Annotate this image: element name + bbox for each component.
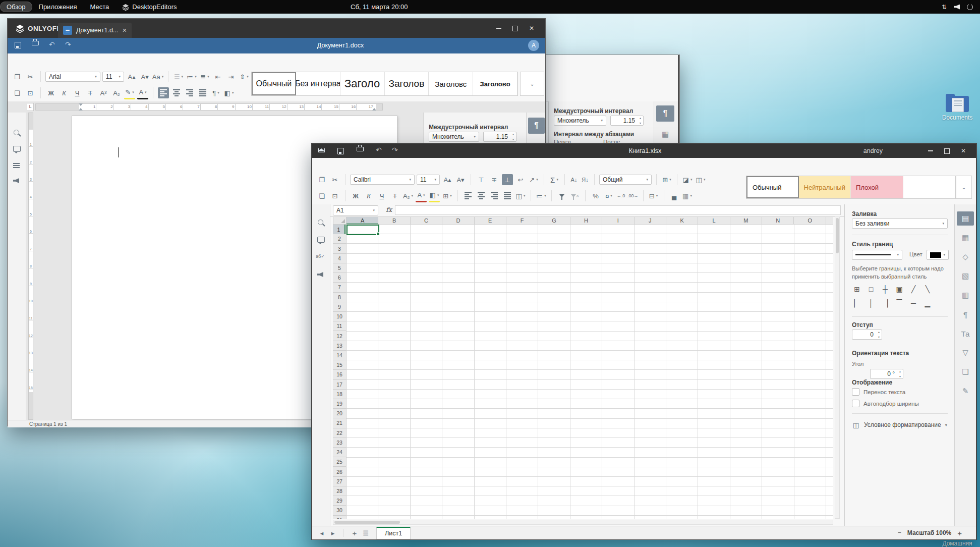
navigation-icon[interactable] — [13, 163, 20, 168]
insert-cells-icon[interactable]: ⊞ — [661, 174, 672, 185]
doc-titlebar[interactable]: ONLYOFFICE ☰ Документ1.d... ✕ ✕ — [8, 19, 545, 38]
row-header[interactable]: 18 — [333, 390, 346, 399]
align-left-icon[interactable] — [158, 87, 169, 98]
row-header[interactable]: 23 — [333, 438, 346, 448]
row-header[interactable]: 9 — [333, 302, 346, 312]
cell-styles-expand-button[interactable]: ⌄ — [956, 176, 972, 199]
font-size-dropdown[interactable]: 11 — [417, 175, 440, 185]
home-button[interactable] — [318, 145, 325, 152]
align-right-icon[interactable] — [184, 87, 195, 98]
subscript-icon[interactable]: А₂ — [402, 190, 414, 201]
textart-settings-icon[interactable]: Та — [957, 326, 974, 341]
align-middle-icon[interactable]: ∓ — [489, 174, 500, 185]
sheet-titlebar[interactable]: ↶ ↷ Книга1.xlsx andrey ✕ — [312, 144, 976, 158]
signature-icon[interactable]: ✎ — [957, 384, 974, 398]
row-header[interactable]: 19 — [333, 399, 346, 409]
align-center-icon[interactable] — [171, 87, 182, 98]
sheet-list-button[interactable]: ☰ — [360, 527, 371, 538]
comment-icon[interactable]: ❏ — [957, 365, 974, 379]
column-header[interactable]: J — [635, 217, 666, 224]
slicer-settings-icon[interactable]: ▽ — [957, 346, 974, 360]
clear-icon[interactable]: ◪ — [682, 174, 693, 185]
fill-dropdown[interactable]: Без заливки — [852, 218, 948, 229]
column-header[interactable]: B — [378, 217, 410, 224]
strikethrough-icon[interactable]: Т — [389, 190, 400, 201]
autosum-icon[interactable]: Σ — [549, 174, 560, 185]
row-headers[interactable]: 1234567891011121314151617181920212223242… — [333, 225, 347, 519]
font-color-icon[interactable]: А — [416, 190, 427, 202]
activities-button[interactable]: Обзор — [0, 2, 32, 12]
copy-icon[interactable]: ❐ — [316, 174, 327, 185]
line-spacing-value-spinner[interactable]: 1.15 — [610, 116, 644, 126]
decrease-font-icon[interactable]: А▾ — [455, 174, 466, 185]
shading-icon[interactable]: ◧ — [223, 87, 235, 98]
zoom-out-button[interactable]: − — [897, 529, 901, 536]
format-as-table-icon[interactable]: ▦ — [682, 190, 693, 201]
border-diag-up-icon[interactable]: ╱ — [908, 284, 918, 294]
align-right-icon[interactable] — [489, 190, 500, 201]
paragraph-style-item[interactable]: Заголов — [385, 72, 429, 95]
vertical-scrollbar-thumb[interactable] — [836, 218, 839, 253]
cell-grid[interactable] — [347, 225, 833, 519]
decrease-indent-icon[interactable]: ⇤ — [212, 71, 223, 82]
line-spacing-type-dropdown[interactable]: Множитель — [429, 132, 479, 142]
document-tab[interactable]: ☰ Документ1.d... ✕ — [58, 23, 132, 38]
add-sheet-button[interactable]: + — [349, 527, 360, 538]
column-header[interactable]: F — [506, 217, 538, 224]
select-all-icon[interactable]: ⊡ — [25, 87, 36, 98]
applications-menu[interactable]: Приложения — [32, 2, 84, 12]
align-center-icon[interactable] — [476, 190, 487, 201]
column-header[interactable]: D — [442, 217, 474, 224]
row-header[interactable]: 11 — [333, 321, 346, 331]
strikethrough-icon[interactable]: Т — [85, 87, 96, 98]
undo-button[interactable]: ↶ — [49, 40, 55, 48]
cell-style-item[interactable]: Нейтральный — [799, 176, 851, 198]
row-header[interactable]: 20 — [333, 409, 346, 418]
row-header[interactable]: 21 — [333, 418, 346, 428]
bullet-list-icon[interactable]: ☰ — [173, 71, 184, 82]
column-headers[interactable]: ABCDEFGHIJKLMNO A — [347, 216, 833, 225]
cut-icon[interactable]: ✂ — [25, 71, 36, 82]
row-header[interactable]: 16 — [333, 370, 346, 379]
column-header[interactable]: H — [570, 217, 602, 224]
paste-icon[interactable]: ❏ — [316, 190, 327, 201]
underline-icon[interactable]: Ч — [72, 87, 83, 98]
row-header[interactable]: 14 — [333, 351, 346, 360]
row-header[interactable]: 27 — [333, 477, 346, 486]
paste-icon[interactable]: ❏ — [12, 87, 23, 98]
undo-button[interactable]: ↶ — [376, 146, 382, 154]
row-header[interactable]: 8 — [333, 293, 346, 302]
indent-spinner[interactable]: 0 — [852, 330, 882, 340]
column-header[interactable]: L — [698, 217, 730, 224]
tab-menu-icon[interactable]: ☰ — [63, 26, 72, 35]
redo-button[interactable]: ↷ — [392, 146, 398, 154]
paragraph-style-item[interactable]: Обычный — [252, 72, 296, 95]
border-left-icon[interactable]: ▏ — [852, 298, 862, 308]
right-indent-marker[interactable] — [372, 106, 376, 111]
vertical-scrollbar[interactable] — [835, 216, 840, 519]
formula-input[interactable] — [395, 205, 841, 215]
image-settings-icon[interactable]: ▧ — [957, 269, 974, 283]
delete-cells-icon[interactable]: ⊟ — [648, 190, 659, 201]
border-center-vert-icon[interactable]: │ — [866, 298, 876, 308]
superscript-icon[interactable]: А² — [98, 87, 109, 98]
horizontal-ruler[interactable]: 1234567891011121314151617 — [35, 103, 383, 111]
save-button[interactable] — [15, 42, 21, 48]
bold-icon[interactable]: Ж — [350, 190, 361, 201]
underline-icon[interactable]: Ч — [376, 190, 387, 201]
align-left-icon[interactable] — [463, 190, 474, 201]
fill-color-icon[interactable]: ◧ — [429, 190, 440, 202]
row-header[interactable]: 13 — [333, 341, 346, 351]
spellcheck-icon[interactable]: аб✓ — [316, 254, 325, 259]
increase-font-icon[interactable]: А▴ — [126, 71, 137, 82]
active-cell-a1[interactable] — [347, 225, 379, 235]
maximize-button[interactable] — [512, 26, 518, 31]
horizontal-scrollbar[interactable] — [333, 520, 833, 525]
border-bottom-icon[interactable]: ▁ — [923, 298, 933, 308]
line-spacing-type-dropdown[interactable]: Множитель — [554, 116, 606, 126]
table-settings-icon[interactable]: ▦ — [656, 128, 674, 141]
align-justify-icon[interactable] — [502, 190, 513, 201]
selected-column-header[interactable]: A — [347, 217, 378, 225]
align-justify-icon[interactable] — [197, 87, 208, 98]
column-header[interactable]: G — [538, 217, 570, 224]
